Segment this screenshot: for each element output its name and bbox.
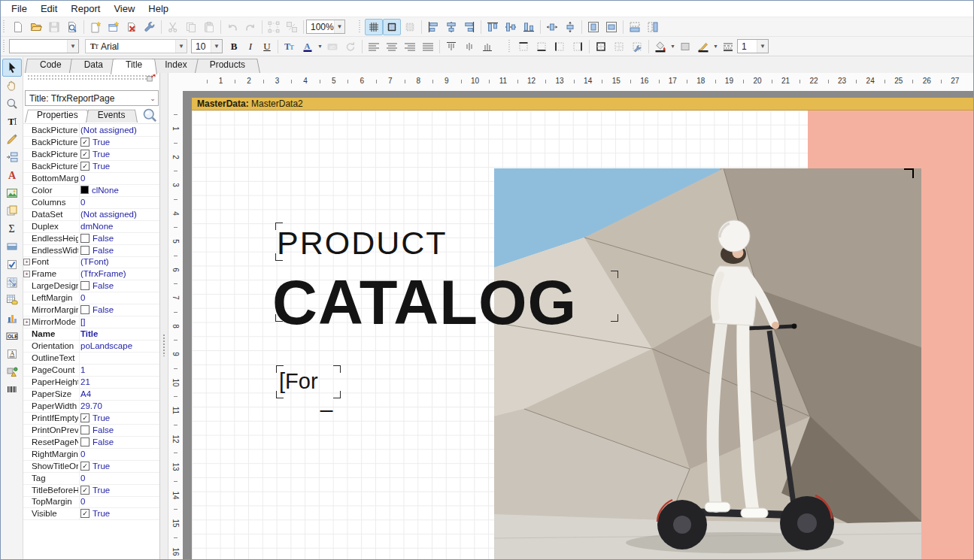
property-value[interactable]: False xyxy=(80,232,159,244)
selection-corner[interactable] xyxy=(333,391,341,398)
property-value[interactable]: 21 xyxy=(80,376,159,388)
font-size-select[interactable]: 10 ▼ xyxy=(191,39,223,53)
property-row-paperwidth[interactable]: PaperWidth29.70 xyxy=(23,400,159,413)
clone-tool[interactable] xyxy=(2,201,22,219)
db-crosstab-tool[interactable] xyxy=(2,291,22,309)
selection-corner[interactable] xyxy=(611,271,618,278)
menu-item-file[interactable]: File xyxy=(5,2,34,16)
property-value[interactable]: ✓True xyxy=(80,460,159,472)
toolbar-gripper[interactable] xyxy=(358,20,362,34)
text-align-right-button[interactable] xyxy=(401,38,419,55)
text-tool[interactable]: T xyxy=(2,112,22,130)
frame-right-button[interactable] xyxy=(569,38,587,55)
frame-properties-button[interactable] xyxy=(628,38,646,55)
menu-item-help[interactable]: Help xyxy=(141,2,175,16)
zoom-select[interactable]: 100% ▼ xyxy=(306,20,345,34)
frame-top-button[interactable] xyxy=(514,38,533,55)
new-report-page-button[interactable] xyxy=(86,19,105,35)
property-value[interactable]: 0 xyxy=(80,292,159,304)
selection-corner[interactable] xyxy=(276,365,284,373)
space-vertically-button[interactable] xyxy=(561,19,579,35)
show-grid-button[interactable] xyxy=(365,19,383,35)
chevron-down-icon[interactable]: ▼ xyxy=(669,40,676,53)
select-tool[interactable] xyxy=(2,59,22,77)
property-row-backpicturepr[interactable]: BackPicturePr✓True xyxy=(23,136,159,149)
property-row-leftmargin[interactable]: LeftMargin0 xyxy=(23,292,159,304)
splitter-grip[interactable] xyxy=(162,334,166,356)
picture-object-scooter-photo[interactable] xyxy=(494,168,921,560)
zoom-tool[interactable] xyxy=(2,95,22,113)
checkbox-unchecked-icon[interactable] xyxy=(80,234,90,243)
same-width-button[interactable] xyxy=(626,19,644,35)
property-value[interactable]: poLandscape xyxy=(80,340,159,352)
selection-corner[interactable] xyxy=(275,253,283,261)
anchor-tool[interactable]: A xyxy=(2,345,22,363)
property-value[interactable]: False xyxy=(80,244,159,256)
property-row-outlinetext[interactable]: OutlineText xyxy=(23,352,159,365)
property-value[interactable] xyxy=(80,352,159,364)
copy-button[interactable] xyxy=(182,19,200,35)
property-value[interactable]: 0 xyxy=(80,448,159,460)
frame-left-button[interactable] xyxy=(551,38,569,55)
text-align-justify-button[interactable] xyxy=(419,38,437,55)
property-value[interactable]: 0 xyxy=(80,172,159,184)
align-rights-button[interactable] xyxy=(460,19,478,35)
open-report-button[interactable] xyxy=(27,19,45,35)
font-color-button[interactable]: A xyxy=(299,38,317,55)
font-name-select[interactable]: TT Arial ▼ xyxy=(85,39,187,53)
property-value[interactable]: (TFont) xyxy=(80,256,159,268)
property-row-papersize[interactable]: PaperSizeA4 xyxy=(23,388,159,401)
property-row-name[interactable]: NameTitle xyxy=(23,328,159,341)
checkbox-tool[interactable] xyxy=(2,256,22,274)
checkbox-unchecked-icon[interactable] xyxy=(80,246,90,255)
property-value[interactable]: ✓True xyxy=(80,160,159,172)
align-vertical-centers-button[interactable] xyxy=(502,19,520,35)
property-value[interactable]: 0 xyxy=(80,472,159,484)
page-tab-title[interactable]: Title xyxy=(116,57,152,73)
property-value[interactable]: False xyxy=(80,424,159,436)
save-report-button[interactable] xyxy=(45,19,63,35)
text-align-center-button[interactable] xyxy=(383,38,401,55)
expand-icon[interactable]: + xyxy=(23,259,30,265)
align-lefts-button[interactable] xyxy=(424,19,442,35)
property-row-paperheight[interactable]: PaperHeight21 xyxy=(23,376,159,389)
frame-width-select[interactable]: 1 ▼ xyxy=(737,39,769,53)
hand-tool[interactable] xyxy=(2,77,22,95)
checkbox-checked-icon[interactable]: ✓ xyxy=(80,162,90,171)
selection-corner[interactable] xyxy=(275,222,283,230)
property-value[interactable]: [] xyxy=(80,316,159,328)
picture-tool[interactable] xyxy=(2,184,22,202)
toolbar-gripper[interactable] xyxy=(2,20,6,34)
inspector-tab-events[interactable]: Events xyxy=(90,108,133,123)
property-value[interactable]: A4 xyxy=(80,388,159,400)
align-tops-button[interactable] xyxy=(484,19,502,35)
center-vertically-button[interactable] xyxy=(602,19,621,35)
property-value[interactable]: Title xyxy=(80,328,159,340)
checkbox-unchecked-icon[interactable] xyxy=(80,281,90,290)
property-value[interactable]: 0 xyxy=(80,495,159,507)
property-row-topmargin[interactable]: TopMargin0 xyxy=(23,495,159,508)
text-object-expression[interactable]: [For xyxy=(279,371,318,392)
checkbox-unchecked-icon[interactable] xyxy=(80,437,90,446)
text-object-product[interactable]: PRODUCT xyxy=(277,227,448,259)
frame-bottom-button[interactable] xyxy=(533,38,551,55)
text-align-left-button[interactable] xyxy=(365,38,383,55)
barcode-tool[interactable] xyxy=(2,380,22,398)
checkbox-checked-icon[interactable]: ✓ xyxy=(80,462,90,471)
italic-button[interactable]: I xyxy=(242,39,259,54)
panel-drag-handle[interactable] xyxy=(27,74,152,80)
preview-button[interactable] xyxy=(63,19,81,35)
masterdata-band-header[interactable]: MasterData: MasterData2 xyxy=(192,98,974,110)
property-value[interactable]: ✓True xyxy=(80,484,159,496)
inspector-tab-properties[interactable]: Properties xyxy=(29,108,86,123)
chevron-down-icon[interactable]: ▼ xyxy=(712,40,719,53)
property-row-color[interactable]: ColorclNone xyxy=(23,184,159,197)
bold-button[interactable]: B xyxy=(226,39,242,54)
cut-button[interactable] xyxy=(164,19,182,35)
property-row-mirrormargins[interactable]: MirrorMarginsFalse xyxy=(23,304,159,316)
checkbox-checked-icon[interactable]: ✓ xyxy=(80,486,90,495)
format-painter-tool[interactable] xyxy=(2,130,22,148)
font-settings-button[interactable]: TT xyxy=(281,38,299,55)
group-button[interactable] xyxy=(265,19,283,35)
property-row-font[interactable]: +Font(TFont) xyxy=(23,256,159,268)
